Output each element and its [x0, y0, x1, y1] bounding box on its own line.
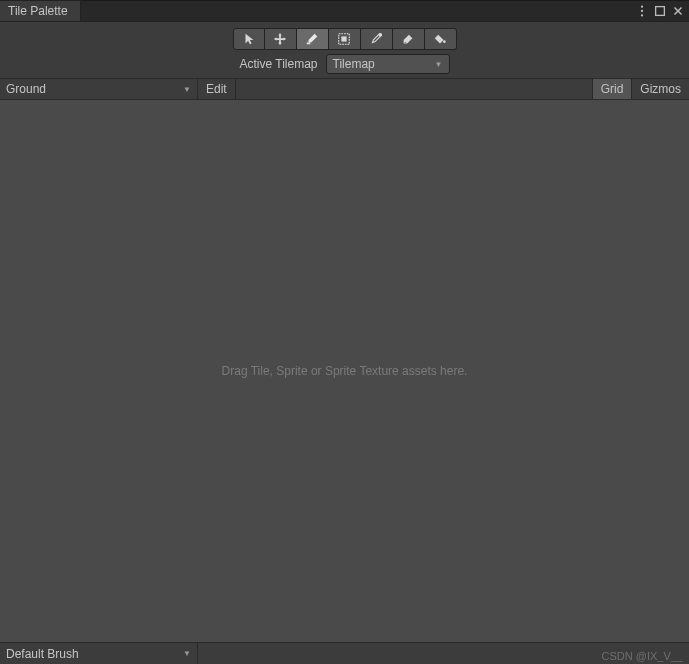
gizmos-toggle[interactable]: Gizmos — [631, 79, 689, 99]
palette-dropdown[interactable]: Ground ▼ — [0, 79, 198, 99]
eraser-tool[interactable] — [393, 28, 425, 50]
select-tool[interactable] — [233, 28, 265, 50]
svg-point-0 — [641, 5, 643, 7]
svg-rect-3 — [656, 7, 665, 16]
window-controls — [631, 0, 689, 21]
palette-value: Ground — [6, 82, 46, 96]
window-tab[interactable]: Tile Palette — [0, 0, 81, 21]
maximize-icon[interactable] — [653, 4, 667, 18]
toolbar: Active Tilemap Tilemap ▼ — [0, 22, 689, 78]
palette-canvas[interactable]: Drag Tile, Sprite or Sprite Texture asse… — [0, 100, 689, 642]
palette-bar: Ground ▼ Edit Grid Gizmos — [0, 78, 689, 100]
svg-rect-4 — [307, 43, 311, 45]
tab-title: Tile Palette — [8, 4, 68, 18]
svg-point-1 — [641, 10, 643, 12]
gizmos-label: Gizmos — [640, 82, 681, 96]
flood-fill-tool[interactable] — [425, 28, 457, 50]
titlebar-spacer — [81, 0, 631, 21]
box-fill-tool[interactable] — [329, 28, 361, 50]
brush-dropdown[interactable]: Default Brush ▼ — [0, 643, 198, 664]
chevron-down-icon: ▼ — [435, 60, 443, 69]
edit-button[interactable]: Edit — [198, 79, 236, 99]
grid-label: Grid — [601, 82, 624, 96]
title-bar: Tile Palette — [0, 0, 689, 22]
svg-point-8 — [443, 40, 446, 43]
active-tilemap-row: Active Tilemap Tilemap ▼ — [239, 54, 449, 74]
active-tilemap-value: Tilemap — [333, 57, 375, 71]
svg-rect-6 — [341, 36, 346, 41]
footer-bar: Default Brush ▼ CSDN @IX_V__ — [0, 642, 689, 664]
paint-brush-tool[interactable] — [297, 28, 329, 50]
footer-rest: CSDN @IX_V__ — [198, 643, 689, 664]
active-tilemap-dropdown[interactable]: Tilemap ▼ — [326, 54, 450, 74]
svg-point-2 — [641, 14, 643, 16]
edit-label: Edit — [206, 82, 227, 96]
close-icon[interactable] — [671, 4, 685, 18]
svg-point-7 — [379, 33, 383, 37]
move-tool[interactable] — [265, 28, 297, 50]
subbar-spacer — [236, 79, 592, 99]
picker-tool[interactable] — [361, 28, 393, 50]
context-menu-icon[interactable] — [635, 4, 649, 18]
brush-value: Default Brush — [6, 647, 79, 661]
view-toggles: Grid Gizmos — [592, 79, 689, 99]
watermark: CSDN @IX_V__ — [602, 650, 683, 662]
chevron-down-icon: ▼ — [183, 649, 191, 658]
grid-toggle[interactable]: Grid — [592, 79, 632, 99]
active-tilemap-label: Active Tilemap — [239, 57, 317, 71]
canvas-hint: Drag Tile, Sprite or Sprite Texture asse… — [222, 364, 468, 378]
chevron-down-icon: ▼ — [183, 85, 191, 94]
tool-buttons — [233, 28, 457, 50]
